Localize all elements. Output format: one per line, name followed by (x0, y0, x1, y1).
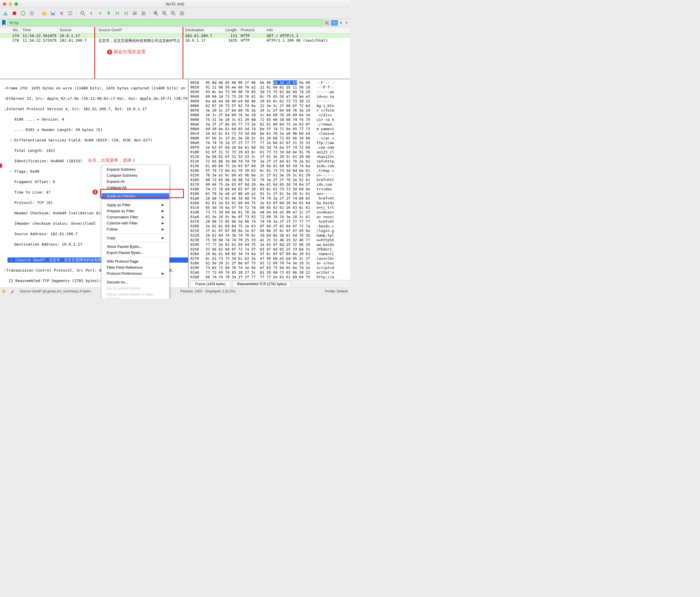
status-profile[interactable]: Profile: Default (325, 289, 348, 293)
filter-clear-button[interactable]: ✕ (324, 20, 330, 26)
colorize-button[interactable] (140, 10, 147, 17)
hex-row[interactable]: 00f0 2e 63 6f 6d 20 6e 61 6d 65 3d 74 6a… (190, 145, 348, 150)
col-no[interactable]: No. (0, 27, 21, 33)
ctx-apply-as-filter[interactable]: Apply as Filter▶ (102, 202, 169, 208)
close-button[interactable] (3, 2, 6, 6)
resize-columns-button[interactable] (178, 10, 185, 17)
tree-item[interactable]: ›Ethernet II, Src: Apple_02:c7:9e (34:12… (4, 96, 188, 101)
ctx-filter-field-ref[interactable]: Filter Field Reference (102, 264, 169, 270)
hex-row[interactable]: 0230 75 3d 68 74 74 70 25 33 41 25 32 46… (190, 238, 348, 242)
hex-row[interactable]: 0190 61 76 3e e8 a7 86 e9 a2 91 3c 2f 61… (190, 192, 348, 196)
tree-item[interactable]: ⌄Internet Protocol Version 4, Src: 182.6… (4, 106, 188, 111)
hex-row[interactable]: 0050 ba a6 e4 b8 80 e4 b8 8b 20 63 6c 61… (190, 99, 348, 103)
hex-row[interactable]: 00c0 20 63 6c 61 73 73 3d 6d 6e 61 76 3e… (190, 131, 348, 136)
hex-row[interactable]: 0090 75 31 3e 20 3c 61 20 68 72 65 66 3d… (190, 118, 348, 122)
hex-row[interactable]: 0160 68 72 65 66 3d 68 74 74 70 3a 2f 2f… (190, 178, 348, 182)
hex-row[interactable]: 0070 3e 20 3c 2f 64 69 76 3e 20 3c 2f 64… (190, 108, 348, 113)
ctx-conversation-filter[interactable]: Conversation Filter▶ (102, 214, 169, 220)
hex-row[interactable]: 0140 5f 74 72 6d 61 70 20 63 6c 61 73 73… (190, 168, 348, 173)
hex-row[interactable]: 0060 62 67 20 73 5f 62 74 6e 22 3e 3c 2f… (190, 103, 348, 108)
hex-row[interactable]: 0250 33 66 62 64 6f 72 7a 5f 63 6f 6d 65… (190, 247, 348, 252)
go-to-packet-button[interactable] (105, 10, 112, 17)
packet-row[interactable]: 278 11:34:22.572079 182.61.200.7 北京市，北京百… (0, 38, 350, 45)
bytes-tab-frame[interactable]: Frame (1435 bytes) (190, 281, 230, 287)
packet-bytes-pane[interactable]: 0010 05 8d 46 d5 00 00 2f 06 b6 40 b6 3d… (189, 79, 350, 280)
col-protocol[interactable]: Protocol (239, 27, 265, 33)
display-filter-input[interactable] (7, 19, 323, 26)
hex-row[interactable]: 01e0 61 3e 20 3c 6e 6f 73 63 72 69 70 74… (190, 215, 348, 219)
ctx-follow[interactable]: Follow▶ (102, 226, 169, 232)
ctx-collapse-all[interactable]: Collapse All (102, 184, 169, 191)
tree-item[interactable]: ›Frame 278: 1435 bytes on wire (11480 bi… (4, 85, 188, 91)
hex-row[interactable]: 01b0 62 61 2e 62 61 69 64 75 2e 63 6f 6d… (190, 201, 348, 205)
hex-row[interactable]: 01c0 65 3d 74 6a 5f 74 72 74 69 65 62 61… (190, 205, 348, 210)
hex-row[interactable]: 0200 2e 62 61 69 64 75 2e 63 6f 6d 2f 62… (190, 224, 348, 228)
hex-row[interactable]: 0180 74 72 76 69 64 65 6f 20 63 6c 61 73… (190, 187, 348, 192)
col-time[interactable]: Time (21, 27, 58, 33)
go-forward-button[interactable] (97, 10, 104, 17)
hex-row[interactable]: 0270 6c 61 73 73 3d 6c 62 3e e7 99 bb e5… (190, 256, 348, 261)
open-file-button[interactable] (41, 10, 48, 17)
ctx-decode-as[interactable]: Decode As... (102, 279, 169, 285)
hex-row[interactable]: 00d0 97 bb 3c 2f 61 3e 20 3c 61 20 68 72… (190, 136, 348, 141)
hex-row[interactable]: 0120 72 65 66 3d 68 74 74 70 3a 2f 2f 6d… (190, 159, 348, 164)
filter-add-button[interactable]: + (344, 20, 349, 26)
hex-row[interactable]: 0020 01 11 00 50 ee 66 f0 a2 22 81 68 81… (190, 85, 348, 90)
ctx-prepare-as-filter[interactable]: Prepare as Filter▶ (102, 208, 169, 214)
ctx-show-packet-bytes[interactable]: Show Packet Bytes... (102, 244, 169, 250)
ctx-wiki-protocol-page[interactable]: Wiki Protocol Page (102, 258, 169, 264)
reload-button[interactable] (67, 10, 74, 17)
col-destination[interactable]: Destination (183, 27, 218, 33)
hex-row[interactable]: 0080 20 3c 2f 64 69 76 3e 20 3c 64 69 76… (190, 113, 348, 118)
ctx-expand-subtrees[interactable]: Expand Subtrees (102, 166, 169, 172)
hex-row[interactable]: 00a0 3a 2f 2f 6e 65 77 73 2e 62 61 69 64… (190, 122, 348, 127)
packet-list-header[interactable]: No. Time Source Source GeoIP Destination… (0, 27, 350, 33)
hex-row[interactable]: 0220 26 61 6d 70 3b 74 70 6c 3d 6d 6e 26… (190, 233, 348, 238)
tree-item[interactable]: 0100 .... = Version: 4 (4, 117, 188, 122)
go-last-button[interactable] (123, 10, 130, 17)
go-first-button[interactable] (114, 10, 121, 17)
hex-row[interactable]: 00e0 74 74 70 3a 2f 2f 77 77 77 2e 68 61… (190, 141, 348, 145)
find-button[interactable] (79, 10, 86, 17)
shark-fin-icon[interactable] (2, 10, 9, 17)
col-source-geoip[interactable]: Source GeoIP (97, 27, 183, 33)
ctx-collapse-subtrees[interactable]: Collapse Subtrees (102, 172, 169, 178)
maximize-button[interactable] (15, 2, 18, 6)
hex-row[interactable]: 00b0 6d 20 6e 61 6d 65 3d 74 6a 5f 74 72… (190, 127, 348, 131)
close-file-button[interactable] (58, 10, 65, 17)
zoom-out-button[interactable] (161, 10, 168, 17)
col-source[interactable]: Source (58, 27, 97, 33)
restart-capture-button[interactable] (20, 10, 27, 17)
tree-item[interactable]: Total Length: 1421 (4, 148, 188, 153)
packet-list-pane[interactable]: No. Time Source Source GeoIP Destination… (0, 27, 350, 79)
hex-row[interactable]: 0150 76 3e e5 9c b0 e5 9b be 3c 2f 61 3e… (190, 173, 348, 178)
capture-options-button[interactable] (28, 10, 35, 17)
stop-capture-button[interactable] (11, 10, 18, 17)
bookmark-icon[interactable] (1, 20, 6, 26)
zoom-reset-button[interactable]: 1 (170, 10, 177, 17)
ctx-colorize-with-filter[interactable]: Colorize with Filter▶ (102, 220, 169, 226)
hex-row[interactable]: 0040 69 64 3d 73 75 20 76 61 6c 75 65 3d… (190, 94, 348, 99)
hex-row[interactable]: 0240 77 77 2e 62 61 69 64 75 2e 63 6f 6d… (190, 242, 348, 247)
packet-row[interactable]: 274 11:34:22.561475 10.0.1.17 182.61.200… (0, 33, 350, 38)
ctx-expand-all[interactable]: Expand All (102, 178, 169, 184)
save-file-button[interactable] (49, 10, 56, 17)
ctx-copy[interactable]: Copy▶ (102, 235, 169, 241)
hex-row[interactable]: 0010 05 8d 46 d5 00 00 2f 06 b6 40 b6 3d… (190, 80, 348, 85)
col-length[interactable]: Length (218, 27, 239, 33)
tree-item[interactable]: › Differentiated Services Field: 0x00 (D… (4, 138, 188, 143)
hex-row[interactable]: 01f0 20 68 72 65 66 3d 68 74 74 70 3a 2f… (190, 219, 348, 224)
col-info[interactable]: Info (265, 27, 350, 33)
hex-row[interactable]: 0100 61 6f 31 32 33 20 63 6c 61 73 73 3d… (190, 150, 348, 154)
hex-row[interactable]: 0280 61 3e 20 3c 2f 6e 6f 73 63 72 69 70… (190, 261, 348, 266)
ctx-apply-as-column[interactable]: Apply as Column (102, 193, 169, 199)
zoom-in-button[interactable] (152, 10, 159, 17)
hex-row[interactable]: 0260 20 6e 61 6d 65 3d 74 6a 5f 6c 6f 67… (190, 252, 348, 256)
bytes-tab-reassembled[interactable]: Reassembled TCP (2781 bytes) (232, 281, 291, 287)
expert-info-icon[interactable] (2, 290, 5, 293)
hex-row[interactable]: 0110 3e 68 61 6f 31 32 33 3c 2f 61 3e 20… (190, 154, 348, 159)
hex-row[interactable]: 01d0 73 73 3d 6d 6e 61 76 3e e8 b4 b4 e5… (190, 210, 348, 215)
minimize-button[interactable] (9, 2, 12, 6)
filter-apply-button[interactable]: ➔ (331, 20, 338, 26)
hex-row[interactable]: 0210 2f 6c 6f 67 69 6e 2e 67 69 66 3f 6c… (190, 228, 348, 233)
